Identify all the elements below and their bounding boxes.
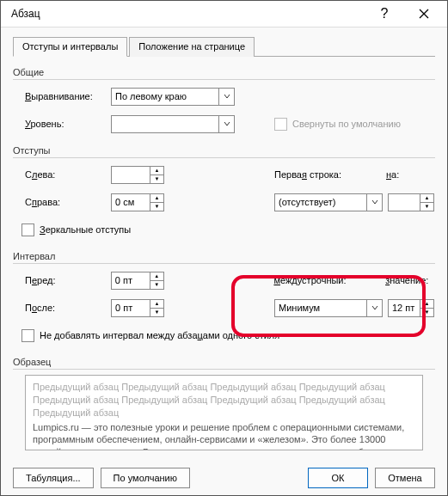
- chevron-down-icon: [366, 300, 382, 316]
- level-select[interactable]: [111, 115, 235, 133]
- default-button[interactable]: По умолчанию: [101, 468, 190, 488]
- spinner-buttons[interactable]: ▲▼: [420, 194, 433, 211]
- first-line-label: Первая строка:: [274, 169, 386, 180]
- chevron-down-icon: [366, 194, 382, 211]
- legend-general: Общие: [13, 65, 435, 80]
- close-button[interactable]: [404, 1, 444, 27]
- preview-main: Lumpics.ru — это полезные уроки и решени…: [33, 421, 415, 450]
- paragraph-dialog: Абзац ? Отступы и интервалы Положение на…: [0, 0, 448, 496]
- tab-strip: Отступы и интервалы Положение на страниц…: [13, 36, 435, 57]
- before-spinner[interactable]: 0 пт ▲▼: [111, 272, 164, 290]
- tab-position-label: Положение на странице: [138, 41, 245, 52]
- preview-box: Предыдущий абзац Предыдущий абзац Предыд…: [25, 375, 423, 450]
- group-preview: Образец Предыдущий абзац Предыдущий абза…: [13, 355, 435, 450]
- nosame-label: Не добавлять интервал между абзацами одн…: [40, 330, 279, 340]
- tabs-button[interactable]: Табуляция...: [13, 468, 94, 488]
- first-line-select[interactable]: (отсутствует): [274, 193, 383, 211]
- tab-indents-label: Отступы и интервалы: [22, 41, 118, 52]
- mirror-checkbox[interactable]: [21, 224, 34, 236]
- left-indent-spinner[interactable]: ▲▼: [111, 166, 164, 184]
- legend-spacing: Интервал: [13, 249, 435, 264]
- tab-position[interactable]: Положение на странице: [129, 37, 255, 57]
- dialog-title: Абзац: [11, 8, 365, 20]
- alignment-value: По левому краю: [112, 91, 218, 101]
- first-line-value: (отсутствует): [275, 197, 366, 207]
- left-indent-label: Слева:: [25, 169, 111, 180]
- right-indent-value: 0 см: [112, 194, 150, 211]
- line-spacing-value: Минимум: [275, 303, 366, 313]
- group-spacing: Интервал Перед: 0 пт ▲▼ междустрочный: з…: [13, 249, 435, 346]
- after-label: После:: [25, 303, 111, 313]
- chevron-down-icon: [218, 116, 234, 132]
- preview-prev: Предыдущий абзац Предыдущий абзац Предыд…: [33, 381, 415, 419]
- left-indent-value: [112, 167, 150, 183]
- line-spacing-label: междустрочный:: [273, 275, 385, 285]
- right-indent-label: Справа:: [25, 197, 111, 207]
- cancel-button-label: Отмена: [388, 473, 421, 483]
- spinner-buttons[interactable]: ▲▼: [420, 300, 433, 316]
- nosame-checkbox[interactable]: [21, 329, 34, 342]
- right-indent-spinner[interactable]: 0 см ▲▼: [111, 193, 164, 211]
- spinner-buttons[interactable]: ▲▼: [150, 194, 163, 211]
- after-spinner[interactable]: 0 пт ▲▼: [111, 299, 164, 317]
- alignment-select[interactable]: По левому краю: [111, 88, 235, 106]
- before-label: Перед:: [25, 275, 111, 285]
- close-icon: [419, 9, 429, 19]
- legend-indent: Отступы: [13, 144, 435, 158]
- collapsed-label: Свернуты по умолчанию: [292, 119, 401, 129]
- at-value: 12 пт: [389, 300, 420, 316]
- tab-indents[interactable]: Отступы и интервалы: [13, 37, 127, 57]
- alignment-label: Выравнивание:: [25, 91, 111, 101]
- mirror-label: Зеркальные отступы: [40, 224, 131, 235]
- spinner-buttons[interactable]: ▲▼: [150, 300, 163, 316]
- help-button[interactable]: ?: [365, 1, 404, 27]
- group-general: Общие Выравнивание: По левому краю Урове…: [13, 65, 435, 135]
- collapsed-checkbox: [274, 118, 287, 131]
- cancel-button[interactable]: Отмена: [375, 468, 435, 488]
- default-button-label: По умолчанию: [114, 473, 177, 483]
- titlebar: Абзац ?: [1, 1, 447, 28]
- chevron-down-icon: [218, 89, 234, 105]
- after-value: 0 пт: [112, 300, 150, 316]
- first-by-value: [389, 194, 420, 211]
- ok-button[interactable]: ОК: [308, 468, 368, 488]
- before-value: 0 пт: [112, 272, 150, 289]
- ok-button-label: ОК: [332, 473, 345, 483]
- level-label: Уровень:: [25, 119, 111, 129]
- dialog-footer: Табуляция... По умолчанию ОК Отмена: [1, 459, 447, 496]
- at-label: значение:: [385, 275, 435, 285]
- spinner-buttons[interactable]: ▲▼: [150, 272, 163, 289]
- group-indent: Отступы Слева: ▲▼ Первая строка: на: Спр…: [13, 144, 435, 241]
- at-spinner[interactable]: 12 пт ▲▼: [388, 299, 434, 317]
- first-by-spinner[interactable]: ▲▼: [388, 193, 434, 211]
- line-spacing-select[interactable]: Минимум: [274, 299, 383, 317]
- spinner-buttons[interactable]: ▲▼: [150, 167, 163, 183]
- first-by-label: на:: [386, 169, 429, 180]
- tabs-button-label: Табуляция...: [26, 473, 81, 483]
- legend-preview: Образец: [13, 355, 435, 370]
